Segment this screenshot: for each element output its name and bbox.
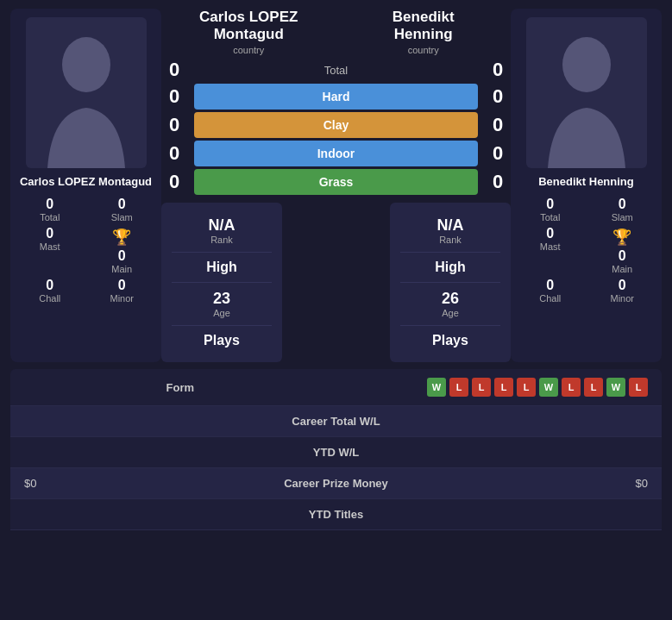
left-country: country <box>161 45 336 55</box>
left-name-header: Carlos LOPEZ Montagud country <box>161 9 336 55</box>
right-total-label: Total <box>540 212 560 222</box>
ytd-wl-label: YTD W/L <box>24 446 648 459</box>
grass-row: 0 Grass 0 <box>161 169 511 195</box>
center-content: Carlos LOPEZ Montagud country Benedikt H… <box>161 9 511 362</box>
left-mast-label: Mast <box>40 241 60 252</box>
right-country: country <box>336 45 512 55</box>
total-label: Total <box>194 64 478 77</box>
left-minor-value: 0 <box>118 278 126 293</box>
form-badge-2: L <box>472 378 491 397</box>
right-player-name: Benedikt Henning <box>538 175 634 188</box>
right-age-label: Age <box>442 308 459 318</box>
left-rank-row: N/A Rank <box>172 210 272 253</box>
grass-button: Grass <box>194 169 478 195</box>
left-player-avatar <box>26 17 147 168</box>
left-detail-card: N/A Rank High 23 Age Plays <box>161 203 282 362</box>
left-age-value: 23 <box>213 290 230 308</box>
right-mast-cell: 0 Mast <box>519 226 581 274</box>
right-chall-value: 0 <box>546 278 554 293</box>
right-rank-value: N/A <box>437 216 464 235</box>
clay-score-left: 0 <box>161 114 187 136</box>
prize-right: $0 <box>440 477 648 490</box>
left-name-line2: Montagud <box>161 26 336 43</box>
right-high-value: High <box>435 260 466 275</box>
right-name-header: Benedikt Henning country <box>336 9 512 55</box>
left-high-value: High <box>206 260 237 275</box>
right-detail-card: N/A Rank High 26 Age Plays <box>390 203 511 362</box>
right-rank-label: Rank <box>439 235 462 245</box>
left-age-row: 23 Age <box>172 283 272 326</box>
left-chall-label: Chall <box>39 293 60 304</box>
form-badge-6: L <box>562 378 581 397</box>
left-player-stats: 0 Total 0 Slam 0 Mast 🏆 0 Main 0 <box>19 197 153 304</box>
form-badge-8: W <box>606 378 625 397</box>
right-chall-label: Chall <box>539 293 561 304</box>
form-badge-5: W <box>539 378 558 397</box>
right-player-stats: 0 Total 0 Slam 0 Mast 🏆 0 Main 0 <box>519 197 653 304</box>
hard-button: Hard <box>194 84 478 110</box>
right-age-row: 26 Age <box>400 283 500 326</box>
career-total-label: Career Total W/L <box>24 415 648 428</box>
left-chall-cell: 0 Chall <box>19 278 81 304</box>
total-score-right: 0 <box>485 59 511 81</box>
right-plays-row: Plays <box>400 326 500 355</box>
left-rank-label: Rank <box>210 235 233 245</box>
form-badge-3: L <box>494 378 513 397</box>
right-minor-label: Minor <box>610 293 634 304</box>
form-row: Form WLLLLWLLWL <box>10 369 662 406</box>
left-total-cell: 0 Total <box>19 197 81 222</box>
left-name-line1: Carlos LOPEZ <box>161 9 336 26</box>
right-minor-value: 0 <box>619 278 626 293</box>
indoor-score-left: 0 <box>161 142 187 165</box>
left-total-label: Total <box>40 212 60 222</box>
trophy-icon-right: 🏆 <box>612 228 631 247</box>
right-slam-cell: 0 Slam <box>592 197 654 222</box>
career-total-row: Career Total W/L <box>10 406 662 437</box>
form-badge-7: L <box>584 378 603 397</box>
total-score-left: 0 <box>161 59 187 81</box>
left-minor-cell: 0 Minor <box>91 278 154 304</box>
right-total-value: 0 <box>546 197 554 212</box>
right-slam-label: Slam <box>612 212 633 222</box>
ytd-titles-row: YTD Titles <box>10 499 662 530</box>
main-container: Carlos LOPEZ Montagud 0 Total 0 Slam 0 M… <box>0 0 672 539</box>
form-badge-1: L <box>449 378 468 397</box>
right-player-avatar <box>526 17 647 168</box>
form-badges: WLLLLWLLWL <box>336 378 649 397</box>
indoor-row: 0 Indoor 0 <box>161 141 511 166</box>
indoor-score-right: 0 <box>485 142 511 165</box>
form-badge-0: W <box>427 378 446 397</box>
grass-score-left: 0 <box>161 171 187 193</box>
right-plays-value: Plays <box>432 333 468 348</box>
right-minor-cell: 0 Minor <box>592 278 654 304</box>
right-main-label: Main <box>612 264 632 274</box>
svg-point-0 <box>62 37 110 92</box>
right-name-line1: Benedikt <box>336 9 512 26</box>
left-total-value: 0 <box>46 197 53 212</box>
career-prize-row: $0 Career Prize Money $0 <box>10 468 662 499</box>
left-player-card: Carlos LOPEZ Montagud 0 Total 0 Slam 0 M… <box>10 9 161 362</box>
right-main-value: 0 <box>619 248 626 264</box>
left-mast-cell: 0 Mast <box>19 226 81 274</box>
clay-row: 0 Clay 0 <box>161 112 511 138</box>
left-slam-value: 0 <box>118 197 126 212</box>
prize-left: $0 <box>24 477 232 490</box>
hard-score-left: 0 <box>161 85 187 108</box>
ytd-wl-row: YTD W/L <box>10 437 662 468</box>
left-main-label: Main <box>111 264 132 274</box>
career-prize-label: Career Prize Money <box>232 477 440 490</box>
left-main-value: 0 <box>118 248 126 264</box>
indoor-button: Indoor <box>194 141 478 166</box>
trophy-icon-left: 🏆 <box>112 228 131 247</box>
form-label: Form <box>24 381 336 394</box>
left-age-label: Age <box>213 308 230 318</box>
right-name-line2: Henning <box>336 26 512 43</box>
bottom-section: Form WLLLLWLLWL Career Total W/L YTD W/L… <box>10 369 662 530</box>
detail-cards: N/A Rank High 23 Age Plays <box>161 203 511 362</box>
clay-score-right: 0 <box>485 114 511 136</box>
right-high-row: High <box>400 253 500 283</box>
right-total-cell: 0 Total <box>519 197 581 222</box>
ytd-titles-label: YTD Titles <box>24 508 648 521</box>
grass-score-right: 0 <box>485 171 511 193</box>
hard-row: 0 Hard 0 <box>161 84 511 110</box>
